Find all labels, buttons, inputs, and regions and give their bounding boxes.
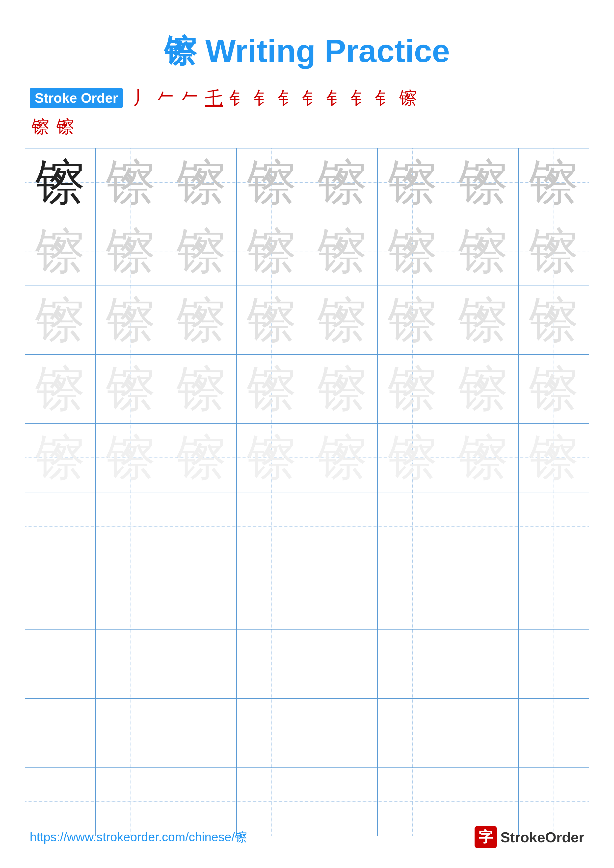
practice-char-light: 镲	[177, 155, 226, 210]
table-cell: 镲	[166, 355, 236, 423]
table-cell: 镲	[518, 423, 589, 492]
table-cell-empty	[307, 561, 378, 630]
table-cell-empty	[236, 630, 307, 699]
table-row	[25, 699, 589, 767]
table-cell-empty	[448, 561, 519, 630]
table-cell-empty	[166, 492, 236, 561]
table-row	[25, 630, 589, 699]
table-cell-empty	[307, 699, 378, 767]
table-cell: 镲	[307, 423, 378, 492]
table-cell-empty	[307, 630, 378, 699]
table-row: 镲 镲 镲 镲 镲 镲 镲 镲	[25, 286, 589, 355]
stroke-char-3: 𠂉	[181, 89, 199, 107]
practice-char-light: 镲	[36, 293, 85, 347]
stroke-char-11: 钅	[375, 89, 393, 107]
practice-char-light: 镲	[247, 155, 297, 210]
table-cell-empty	[25, 699, 96, 767]
table-cell-empty	[96, 630, 166, 699]
footer-logo-text: StrokeOrder	[501, 829, 584, 845]
practice-char-light: 镲	[177, 430, 226, 485]
stroke-char-1: 丿	[132, 89, 150, 107]
table-cell-empty	[25, 630, 96, 699]
table-cell-empty	[378, 561, 448, 630]
table-cell: 镲	[236, 355, 307, 423]
practice-char-light: 镲	[317, 430, 367, 485]
table-cell: 镲	[236, 423, 307, 492]
footer-url: https://www.strokeorder.com/chinese/镲	[30, 829, 247, 845]
table-cell-empty	[236, 492, 307, 561]
footer-logo-icon: 字	[474, 826, 497, 848]
practice-char-light: 镲	[388, 155, 437, 210]
footer: https://www.strokeorder.com/chinese/镲 字 …	[0, 826, 614, 848]
table-cell: 镲	[307, 217, 378, 286]
table-cell-empty	[378, 492, 448, 561]
table-cell: 镲	[518, 355, 589, 423]
table-cell-empty	[236, 561, 307, 630]
practice-char-light: 镲	[106, 155, 155, 210]
practice-grid-container: 镲 镲 镲 镲 镲 镲 镲 镲 镲 镲 镲 镲 镲 镲 镲 镲	[0, 148, 614, 836]
table-cell-empty	[518, 630, 589, 699]
table-cell: 镲	[236, 286, 307, 355]
practice-char-light: 镲	[36, 224, 85, 279]
table-cell: 镲	[25, 423, 96, 492]
practice-char-light: 镲	[177, 224, 226, 279]
stroke-char-9: 钅	[326, 89, 344, 107]
practice-char-light: 镲	[459, 430, 508, 485]
table-row	[25, 492, 589, 561]
table-row: 镲 镲 镲 镲 镲 镲 镲 镲	[25, 148, 589, 217]
practice-char-light: 镲	[317, 361, 367, 416]
stroke-order-section: Stroke Order 丿 𠂉 𠂉 乇 钅 钅 钅 钅 钅 钅 钅 镲	[0, 88, 614, 108]
stroke-char-12: 镲	[399, 89, 417, 107]
practice-char-light: 镲	[529, 224, 578, 279]
practice-char-light: 镲	[247, 361, 297, 416]
table-cell-empty	[166, 699, 236, 767]
table-cell-empty	[166, 630, 236, 699]
practice-char-dark: 镲	[36, 155, 85, 210]
table-cell: 镲	[378, 423, 448, 492]
table-cell-empty	[378, 699, 448, 767]
table-cell-empty	[518, 699, 589, 767]
table-cell-empty	[518, 561, 589, 630]
practice-char-light: 镲	[529, 361, 578, 416]
page-title: 镲 Writing Practice	[0, 0, 614, 88]
stroke-char-14: 镲	[56, 118, 74, 136]
practice-char-light: 镲	[388, 224, 437, 279]
practice-char-light: 镲	[177, 361, 226, 416]
practice-char-light: 镲	[388, 430, 437, 485]
practice-char-light: 镲	[459, 293, 508, 347]
stroke-char-7: 钅	[278, 89, 296, 107]
table-cell-empty	[448, 492, 519, 561]
table-cell: 镲	[166, 217, 236, 286]
stroke-char-10: 钅	[351, 89, 368, 107]
practice-char-light: 镲	[106, 430, 155, 485]
table-cell: 镲	[166, 423, 236, 492]
table-cell: 镲	[96, 286, 166, 355]
practice-char-light: 镲	[106, 293, 155, 347]
table-cell: 镲	[307, 355, 378, 423]
table-cell: 镲	[307, 286, 378, 355]
practice-char-light: 镲	[247, 293, 297, 347]
table-cell: 镲	[236, 148, 307, 217]
footer-logo: 字 StrokeOrder	[474, 826, 584, 848]
table-cell: 镲	[96, 423, 166, 492]
practice-char-light: 镲	[459, 224, 508, 279]
table-cell: 镲	[448, 148, 519, 217]
practice-char-light: 镲	[459, 361, 508, 416]
table-cell-empty	[448, 699, 519, 767]
table-cell: 镲	[166, 286, 236, 355]
table-cell: 镲	[518, 217, 589, 286]
practice-char-light: 镲	[317, 155, 367, 210]
table-cell: 镲	[378, 286, 448, 355]
stroke-char-5: 钅	[229, 89, 247, 107]
table-cell: 镲	[307, 148, 378, 217]
practice-char-light: 镲	[459, 155, 508, 210]
stroke-order-badge: Stroke Order	[30, 88, 123, 108]
table-cell: 镲	[25, 355, 96, 423]
table-cell: 镲	[378, 217, 448, 286]
practice-char-light: 镲	[177, 293, 226, 347]
table-row: 镲 镲 镲 镲 镲 镲 镲 镲	[25, 355, 589, 423]
table-cell-empty	[448, 630, 519, 699]
stroke-char-2: 𠂉	[157, 89, 174, 107]
table-cell-empty	[96, 492, 166, 561]
table-cell: 镲	[448, 423, 519, 492]
